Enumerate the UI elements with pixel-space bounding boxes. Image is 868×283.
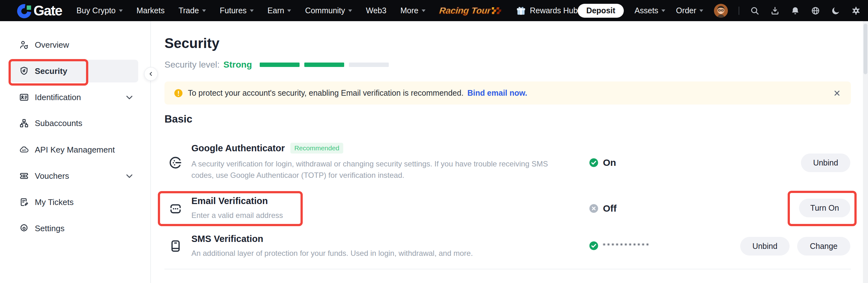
scrollbar-thumb[interactable] <box>864 24 867 74</box>
check-circle-icon <box>589 241 598 250</box>
api-cloud-icon: API <box>19 145 29 155</box>
masked-phone-number: ••••••••••• <box>603 240 651 249</box>
security-level-label: Security level: <box>164 60 220 70</box>
gate-logo[interactable]: Gate <box>17 3 62 19</box>
chevron-down-icon <box>422 9 426 14</box>
nav-trade[interactable]: Trade <box>178 6 206 15</box>
sms-change-label: Change <box>810 242 838 251</box>
sidebar-item-identification-label: Identification <box>35 93 81 102</box>
chevron-down-icon <box>202 9 206 14</box>
section-divider <box>164 269 851 270</box>
sidebar-item-api-key-management-label: API Key Management <box>35 145 115 155</box>
nav-right-group: Deposit Assets Order <box>578 4 861 18</box>
nav-more[interactable]: More <box>400 6 426 15</box>
settings-nut-icon <box>19 223 29 234</box>
bind-email-now-link[interactable]: Bind email now. <box>467 89 527 98</box>
google-authenticator-status: On <box>589 157 616 168</box>
email-turn-on-label: Turn On <box>810 203 839 213</box>
recommended-badge: Recommended <box>290 143 343 153</box>
sms-change-button[interactable]: Change <box>797 237 850 255</box>
scrollbar-track[interactable] <box>863 21 868 283</box>
nav-earn[interactable]: Earn <box>268 6 291 15</box>
chevron-down-icon <box>661 9 665 14</box>
phone-icon <box>168 239 183 253</box>
sidebar-item-identification[interactable]: Identification <box>19 89 134 106</box>
nav-earn-label: Earn <box>268 6 284 15</box>
chevron-left-icon <box>148 71 154 77</box>
check-circle-icon <box>589 158 598 167</box>
nav-assets[interactable]: Assets <box>634 6 665 15</box>
nav-buy-crypto[interactable]: Buy Crypto <box>76 6 123 15</box>
sidebar-item-api-key-management[interactable]: API API Key Management <box>19 141 134 158</box>
sms-unbind-label: Unbind <box>752 242 777 251</box>
moon-icon[interactable] <box>831 6 840 15</box>
sidebar-collapse-button[interactable] <box>144 67 158 81</box>
chevron-down-icon <box>348 9 352 14</box>
gate-logo-icon <box>17 3 33 19</box>
ga-unbind-button[interactable]: Unbind <box>801 153 850 172</box>
nav-order-label: Order <box>676 6 696 15</box>
nav-buy-crypto-label: Buy Crypto <box>76 6 116 15</box>
sms-unbind-button[interactable]: Unbind <box>740 237 789 255</box>
security-level-bars <box>260 63 389 67</box>
download-icon[interactable] <box>770 6 780 15</box>
nav-more-label: More <box>400 6 418 15</box>
nav-markets-label: Markets <box>137 6 165 15</box>
avatar-image <box>714 4 728 18</box>
nav-community[interactable]: Community <box>305 6 352 15</box>
top-nav: Gate Buy Crypto Markets Trade Futures Ea… <box>0 0 868 21</box>
rewards-hub-label: Rewards Hub <box>530 6 578 15</box>
note-pencil-icon <box>19 197 29 207</box>
org-chart-icon <box>19 118 29 128</box>
nav-order[interactable]: Order <box>676 6 703 15</box>
sms-verification-title-row: SMS Verification <box>191 234 263 244</box>
racing-tour-banner[interactable]: Racing Tour <box>439 6 503 16</box>
gear-icon[interactable] <box>851 6 861 15</box>
sidebar-item-my-tickets[interactable]: My Tickets <box>19 193 134 211</box>
security-level-value: Strong <box>223 60 252 70</box>
email-verification-description: Enter a valid email address <box>191 210 283 221</box>
email-verification-title: Email Verification <box>191 196 268 206</box>
nav-futures-label: Futures <box>220 6 247 15</box>
chevron-down-icon <box>124 171 134 181</box>
nav-futures[interactable]: Futures <box>220 6 254 15</box>
settings-sidebar: Overview Security Identification <box>0 21 151 283</box>
nav-web3[interactable]: Web3 <box>366 6 386 15</box>
sidebar-item-overview[interactable]: Overview <box>19 36 134 54</box>
sidebar-item-settings[interactable]: Settings <box>19 219 134 237</box>
sidebar-item-vouchers[interactable]: Vouchers <box>19 167 134 185</box>
sidebar-item-settings-label: Settings <box>35 224 65 234</box>
nav-markets[interactable]: Markets <box>137 6 165 15</box>
close-icon[interactable] <box>833 89 841 98</box>
page-title: Security <box>164 35 220 51</box>
level-bar-segment <box>260 63 300 67</box>
email-verification-title-row: Email Verification <box>191 196 268 206</box>
email-turn-on-button[interactable]: Turn On <box>799 199 850 217</box>
google-authenticator-title-row: Google Authenticator Recommended <box>191 143 343 153</box>
x-circle-icon <box>589 204 598 213</box>
email-verification-status-text: Off <box>603 203 617 214</box>
search-icon[interactable] <box>750 6 760 15</box>
chevron-down-icon <box>250 9 254 14</box>
email-icon <box>168 202 183 216</box>
nav-rewards-hub[interactable]: Rewards Hub <box>515 5 578 16</box>
racing-tour-label: Racing Tour <box>439 6 491 16</box>
deposit-button[interactable]: Deposit <box>578 4 624 18</box>
sidebar-item-security[interactable]: Security <box>19 62 134 80</box>
nav-web3-label: Web3 <box>366 6 386 15</box>
google-authenticator-status-text: On <box>603 157 616 168</box>
globe-icon[interactable] <box>811 6 820 15</box>
email-verification-status: Off <box>589 203 617 214</box>
sms-verification-status: ••••••••••• <box>589 241 651 250</box>
deposit-label: Deposit <box>586 6 615 15</box>
user-avatar[interactable] <box>714 4 728 18</box>
sidebar-item-subaccounts[interactable]: Subaccounts <box>19 114 134 132</box>
id-card-icon <box>19 92 29 102</box>
bell-icon[interactable] <box>790 6 800 15</box>
gate-logo-text: Gate <box>34 3 62 19</box>
sidebar-item-overview-label: Overview <box>35 40 69 50</box>
chevron-down-icon <box>124 92 134 102</box>
chevron-down-icon <box>287 9 291 14</box>
sms-verification-title: SMS Verification <box>191 234 263 244</box>
warning-icon <box>174 89 183 98</box>
